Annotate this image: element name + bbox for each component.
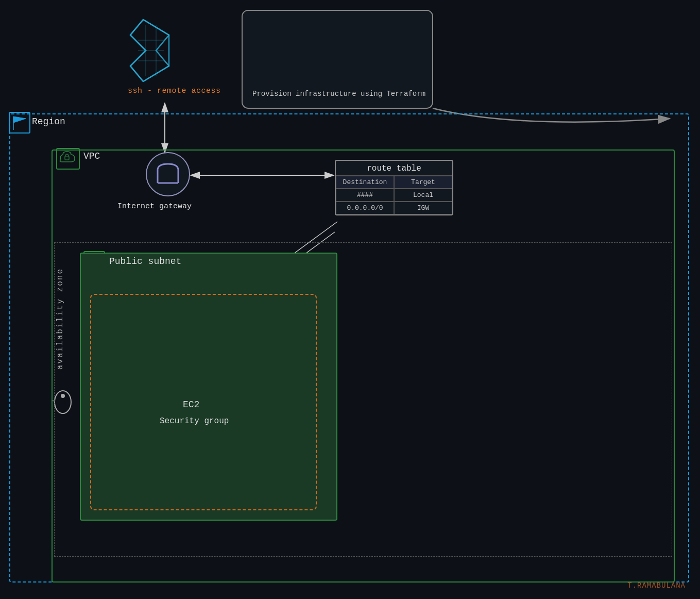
rt-header-dest: Destination [336, 176, 394, 189]
ssh-label: ssh - remote access [128, 87, 221, 95]
az-label: availability zone [56, 268, 65, 370]
rt-row2-dest: 0.0.0.0/0 [336, 202, 394, 214]
region-label: Region [32, 117, 65, 127]
svg-marker-8 [340, 39, 355, 76]
svg-marker-9 [340, 21, 355, 48]
route-table-box: route table Destination Target #### Loca… [335, 160, 453, 215]
igw-label: Internet gateway [117, 202, 192, 211]
route-table-title: route table [336, 161, 452, 175]
svg-marker-10 [340, 39, 355, 76]
vscode-icon [130, 20, 169, 81]
terraform-label: Provision infrastructure using Terraform [252, 90, 425, 98]
rt-row2-target: IGW [394, 202, 452, 214]
security-group-box [90, 294, 317, 510]
rt-header-target: Target [394, 176, 452, 189]
vpc-label: VPC [83, 151, 100, 161]
svg-marker-7 [325, 21, 355, 58]
ec2-label: EC2 [183, 400, 199, 410]
rt-row1-dest: #### [336, 189, 394, 202]
diagram-container: Region ssh - remote access Provision inf… [0, 0, 700, 599]
svg-line-1 [130, 66, 143, 81]
security-group-label: Security group [160, 417, 229, 426]
terraform-icon [325, 21, 355, 76]
public-subnet-label: Public subnet [109, 256, 181, 267]
watermark: T.RAMABULANA [627, 581, 686, 590]
rt-row1-target: Local [394, 189, 452, 202]
route-table-grid: Destination Target #### Local 0.0.0.0/0 … [336, 175, 452, 214]
svg-line-0 [130, 20, 143, 35]
